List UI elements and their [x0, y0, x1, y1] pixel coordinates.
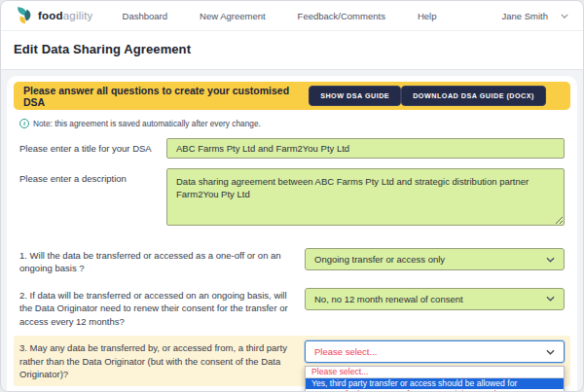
dropdown-option-yes-third-party[interactable]: Yes, third party transfer or access shou… [306, 378, 564, 389]
chevron-down-icon [546, 349, 555, 355]
show-dsa-guide-button[interactable]: SHOW DSA GUIDE [309, 86, 401, 106]
question-row-2: 2. If data will be transferred or access… [14, 283, 570, 333]
info-icon: i [19, 119, 29, 128]
question-row-1: 1. Will the data be transferred or acces… [14, 243, 570, 280]
brand-name-light: agility [63, 10, 93, 21]
nav-item-new-agreement[interactable]: New Agreement [200, 11, 266, 21]
download-dsa-guide-button[interactable]: DOWNLOAD DSA GUIDE (DOCX) [401, 86, 546, 106]
dsa-title-field-row: Please enter a title for your DSA [14, 138, 570, 159]
brand-logo[interactable]: foodagility [16, 6, 93, 25]
dsa-title-label: Please enter a title for your DSA [19, 138, 166, 159]
question-1-select[interactable]: Ongoing transfer or access only [305, 248, 565, 270]
autosave-note: i Note: this agreement is saved automati… [19, 119, 565, 128]
brand-name-bold: food [38, 10, 63, 21]
dsa-description-field-row: Please enter a description Data sharing … [14, 168, 570, 230]
chevron-down-icon [561, 14, 568, 18]
foodagility-logo-icon [16, 6, 34, 25]
question-3-selected-value: Please select... [314, 346, 377, 357]
chevron-down-icon [546, 257, 555, 263]
dsa-description-textarea[interactable]: Data sharing agreement between ABC Farms… [166, 168, 565, 226]
nav-item-feedback-comments[interactable]: Feedback/Comments [298, 11, 385, 21]
nav-item-dashboard[interactable]: Dashboard [123, 11, 167, 21]
question-3-text: 3. May any data be transferred by, or ac… [19, 340, 305, 380]
question-3-select[interactable]: Please select... [305, 340, 565, 363]
dropdown-option-please-select[interactable]: Please select... [306, 367, 564, 378]
main-content: Please answer all questions to create yo… [1, 70, 583, 392]
chevron-down-icon [546, 296, 555, 302]
page-title-bar: Edit Data Sharing Agreement [1, 31, 583, 70]
dsa-description-label: Please enter a description [19, 168, 166, 230]
app-window: foodagility Dashboard New Agreement Feed… [0, 0, 584, 392]
dsa-form-card: Please answer all questions to create yo… [7, 76, 577, 392]
banner-text: Please answer all questions to create yo… [23, 85, 297, 108]
autosave-note-text: Note: this agreement is saved automatica… [33, 119, 261, 128]
nav-item-help[interactable]: Help [418, 11, 437, 21]
user-menu[interactable]: Jane Smith [501, 11, 568, 21]
question-3-dropdown: Please select... Yes, third party transf… [305, 366, 565, 392]
question-1-selected-value: Ongoing transfer or access only [314, 254, 445, 265]
question-2-selected-value: No, no 12 month renewal of consent [314, 294, 463, 304]
instruction-banner: Please answer all questions to create yo… [14, 82, 570, 110]
user-name: Jane Smith [501, 11, 548, 21]
top-navbar: foodagility Dashboard New Agreement Feed… [1, 1, 583, 31]
page-title: Edit Data Sharing Agreement [14, 42, 570, 56]
brand-name: foodagility [38, 10, 93, 21]
question-2-text: 2. If data will be transferred or access… [19, 288, 305, 328]
question-1-text: 1. Will the data be transferred or acces… [19, 248, 305, 275]
dsa-title-input[interactable] [166, 138, 565, 159]
question-2-select[interactable]: No, no 12 month renewal of consent [305, 288, 565, 310]
question-row-3: 3. May any data be transferred by, or ac… [14, 336, 570, 385]
main-nav: Dashboard New Agreement Feedback/Comment… [123, 11, 437, 21]
